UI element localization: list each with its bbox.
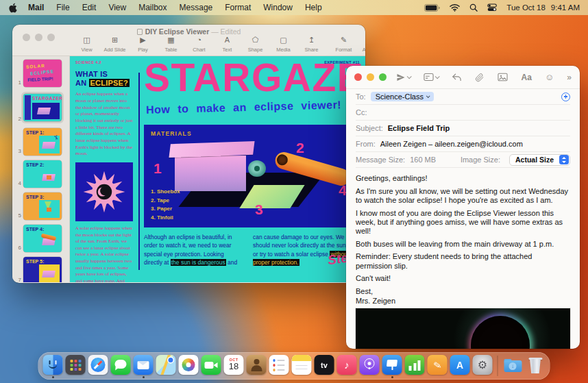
dock-trash-icon[interactable]: [526, 354, 546, 378]
send-button[interactable]: [396, 73, 411, 82]
body-paragraphs: Greetings, earthlings!As I'm sure you al…: [356, 174, 570, 283]
toolbar-button-icon: ▶: [129, 35, 157, 45]
dock-maps-icon[interactable]: [156, 354, 176, 378]
shoebox-illustration: [175, 156, 246, 191]
toolbar-button[interactable]: ▦ Table: [157, 35, 185, 53]
toolbar-overflow-button[interactable]: »: [567, 73, 572, 82]
slide-navigator: 1 SOLAR ECLIPSE FIELD TRIP! 2 STARGAZER: [12, 56, 70, 282]
toolbar-button[interactable]: ▢ Media: [269, 35, 297, 53]
image-size-dropdown[interactable]: Actual Size: [509, 154, 570, 166]
zoom-button[interactable]: [379, 73, 387, 81]
search-icon[interactable]: [469, 3, 478, 12]
menu-item[interactable]: Help: [305, 3, 322, 12]
slide-thumb-4[interactable]: 4 STEP 2:: [12, 160, 69, 188]
tape-illustration: [248, 160, 266, 177]
format-button[interactable]: Aa: [521, 73, 531, 82]
dock-photos-icon[interactable]: [179, 354, 199, 378]
toolbar-button[interactable]: ▶ Play: [129, 35, 157, 53]
dock-keynote-icon[interactable]: [382, 354, 402, 378]
toolbar-button[interactable]: ◇ Animate: [358, 35, 365, 53]
slide-thumb-1[interactable]: 1 SOLAR ECLIPSE FIELD TRIP!: [12, 60, 69, 87]
dock-mail-icon[interactable]: [134, 354, 154, 378]
slide-paragraph-2: A solar eclipse happens when the moon bl…: [75, 225, 133, 282]
toolbar-button-icon: ▢: [269, 35, 297, 45]
dock-system-settings-icon[interactable]: [473, 354, 493, 378]
slide-canvas[interactable]: SCIENCE 4.2 EXPERIMENT #11 WHAT IS AN EC…: [70, 56, 365, 282]
cc-field[interactable]: Cc:: [356, 105, 570, 121]
minimize-button[interactable]: [367, 73, 374, 81]
menu-bar-clock[interactable]: Tue Oct 18 9:41 AM: [506, 3, 580, 12]
toolbar-button[interactable]: ⊞ Add Slide: [101, 35, 129, 53]
eclipse-photo-attachment[interactable]: [356, 308, 570, 349]
active-app-menu[interactable]: Mail: [28, 3, 44, 12]
slide-thumb-6[interactable]: 6 STEP 4:: [12, 225, 69, 252]
dock-music-icon[interactable]: [337, 354, 357, 378]
dock-facetime-icon[interactable]: [201, 354, 221, 378]
dock-contacts-icon[interactable]: [247, 354, 267, 378]
dock-pages-icon[interactable]: [428, 354, 448, 378]
toolbar-button[interactable]: ◔ Chart: [185, 35, 213, 53]
slide-number: 6: [12, 245, 23, 252]
toolbar-button-label: Shape: [241, 47, 269, 53]
toolbar-button[interactable]: ✎ Format: [330, 35, 358, 53]
dock-reminders-icon[interactable]: [269, 354, 289, 378]
menu-item[interactable]: File: [56, 3, 69, 12]
close-button[interactable]: [354, 73, 362, 81]
slide-warning-text: Although an eclipse is beautiful, in ord…: [144, 233, 351, 267]
chevron-down-icon: [435, 74, 440, 79]
menu-item[interactable]: Edit: [82, 3, 97, 12]
toolbar-button-icon: ⊞: [101, 35, 129, 45]
slide-thumb-3[interactable]: 3 STEP 1: ✂: [12, 128, 69, 156]
dock-finder-icon[interactable]: [43, 354, 63, 378]
toolbar-button[interactable]: ↥ Share: [297, 35, 326, 53]
dock-podcasts-icon[interactable]: [360, 354, 380, 378]
material-number-2: 2: [296, 140, 304, 156]
message-body[interactable]: Greetings, earthlings!As I'm sure you al…: [346, 168, 580, 306]
attach-icon[interactable]: [475, 73, 485, 82]
control-center-icon[interactable]: [487, 3, 497, 12]
material-number-3: 3: [255, 201, 263, 218]
toolbar-button[interactable]: A Text: [213, 35, 241, 53]
emoji-button[interactable]: ☺: [545, 72, 554, 82]
dock-downloads-icon[interactable]: ↓: [503, 354, 523, 378]
slide-thumb-2-selected[interactable]: 2 STARGAZER: [12, 92, 69, 123]
from-field[interactable]: From: Aileen Zeigen – aileen.zeigen@iclo…: [356, 136, 570, 152]
add-recipient-button[interactable]: [561, 92, 570, 101]
toolbar-button[interactable]: ◫ View: [73, 35, 101, 53]
photo-browser-icon[interactable]: [498, 73, 508, 82]
slide-number: 7: [12, 277, 23, 282]
header-fields-button[interactable]: [424, 73, 439, 82]
toolbar-button[interactable]: ⬠ Shape: [241, 35, 269, 53]
material-number-1: 1: [154, 160, 162, 177]
sun-illustration: [75, 162, 133, 221]
menu-item[interactable]: Message: [180, 3, 213, 12]
thumb-text: STEP 5:: [26, 259, 44, 264]
apple-menu-icon[interactable]: [8, 3, 18, 13]
reply-icon[interactable]: [452, 73, 462, 82]
dock-messages-icon[interactable]: [111, 354, 131, 378]
dock-calendar-icon[interactable]: OCT18: [224, 354, 244, 378]
dock-numbers-icon[interactable]: [405, 354, 425, 378]
menu-item[interactable]: View: [108, 3, 126, 12]
slide-thumb-5[interactable]: 5 STEP 3:: [12, 193, 69, 220]
menu-item[interactable]: Window: [263, 3, 293, 12]
thumb-text: STEP 1:: [26, 130, 44, 135]
dock-launchpad-icon[interactable]: [66, 354, 86, 378]
dock: OCT18 ↓: [38, 352, 550, 380]
stepper-icon: [559, 155, 569, 164]
to-field[interactable]: To: Science-Class: [356, 89, 570, 105]
subject-field[interactable]: Subject: Eclipse Field Trip: [356, 121, 570, 136]
slide-thumb-7[interactable]: 7 STEP 5:: [12, 257, 69, 282]
menu-item[interactable]: Format: [225, 3, 251, 12]
dock-safari-icon[interactable]: [88, 354, 108, 378]
from-value: Aileen Zeigen – aileen.zeigen@icloud.com: [380, 140, 523, 148]
battery-icon[interactable]: [424, 4, 440, 12]
dock-app-store-icon[interactable]: [450, 354, 470, 378]
menu-item[interactable]: Mailbox: [138, 3, 167, 12]
thumb-text: STEP 4:: [26, 227, 44, 232]
signature-line: Best,: [356, 287, 570, 297]
wifi-icon[interactable]: [450, 3, 460, 12]
dock-notes-icon[interactable]: [292, 354, 312, 378]
dock-tv-icon[interactable]: [315, 354, 334, 378]
recipient-token[interactable]: Science-Class: [371, 92, 434, 101]
